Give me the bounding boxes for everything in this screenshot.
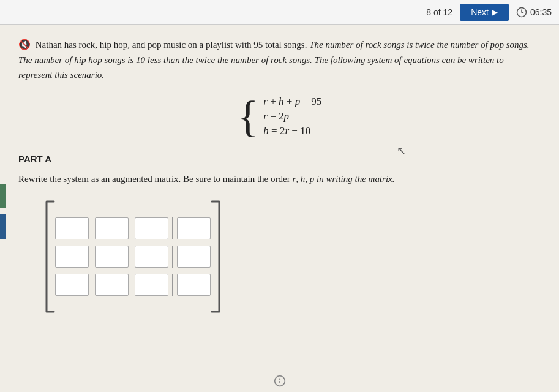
matrix-row-3	[55, 274, 211, 296]
matrix-row-2-right	[177, 246, 211, 268]
matrix-row-2	[55, 246, 211, 268]
timer-display: 06:35	[516, 7, 552, 18]
part-a-instruction: Rewrite the system as an augmented matri…	[18, 172, 520, 186]
left-tab-green	[0, 184, 6, 208]
right-bracket-icon	[211, 198, 223, 315]
matrix-row-3-left	[55, 274, 168, 296]
timer-value: 06:35	[530, 7, 552, 17]
left-bracket-icon	[43, 198, 55, 315]
next-arrow-icon: ▶	[492, 8, 498, 17]
cell-2-2[interactable]	[95, 246, 129, 268]
matrix-row-1-left	[55, 217, 168, 239]
cell-3-4[interactable]	[177, 274, 211, 296]
matrix-row-3-right	[177, 274, 211, 296]
equation-3: h = 2r − 10	[263, 125, 321, 137]
cell-1-2[interactable]	[95, 217, 129, 239]
matrix-wrapper	[43, 198, 541, 315]
curly-brace-icon: {	[238, 94, 259, 138]
matrix-vertical-divider-2	[172, 246, 173, 268]
equation-system: { r + h + p = 95 r = 2p h = 2r − 10	[238, 94, 321, 138]
content-area: 🔇 Nathan has rock, hip hop, and pop musi…	[0, 24, 559, 392]
matrix-row-1-right	[177, 217, 211, 239]
cell-1-4[interactable]	[177, 217, 211, 239]
problem-statement: 🔇 Nathan has rock, hip hop, and pop musi…	[18, 37, 539, 82]
matrix-row-2-left	[55, 246, 168, 268]
cell-1-3[interactable]	[135, 217, 168, 239]
mute-icon[interactable]: 🔇	[18, 37, 31, 53]
cell-3-1[interactable]	[55, 274, 89, 296]
cell-2-4[interactable]	[177, 246, 211, 268]
instruction-end: in writing the matrix.	[314, 174, 394, 184]
left-tab-blue	[0, 214, 6, 239]
matrix-vertical-divider-1	[172, 217, 173, 239]
instruction-comma1: ,	[296, 174, 301, 184]
cell-2-3[interactable]	[135, 246, 168, 268]
equations-list: r + h + p = 95 r = 2p h = 2r − 10	[263, 96, 321, 137]
clock-icon	[516, 7, 527, 18]
matrix-vertical-divider-3	[172, 274, 173, 296]
cell-3-3[interactable]	[135, 274, 168, 296]
progress-indicator: 8 of 12	[426, 7, 452, 17]
part-a-heading: PART A	[18, 154, 541, 164]
top-bar: 8 of 12 Next ▶ 06:35	[0, 0, 559, 24]
cell-2-1[interactable]	[55, 246, 89, 268]
cell-3-2[interactable]	[95, 274, 129, 296]
matrix-grid	[55, 217, 211, 296]
cell-1-1[interactable]	[55, 217, 89, 239]
next-label: Next	[471, 7, 489, 17]
problem-text-plain: Nathan has rock, hip hop, and pop music …	[36, 40, 309, 50]
matrix-outer	[43, 198, 223, 315]
instruction-text-plain: Rewrite the system as an augmented matri…	[18, 174, 292, 184]
equation-2: r = 2p	[263, 110, 321, 123]
equation-1: r + h + p = 95	[263, 96, 321, 108]
instruction-comma2: ,	[305, 174, 310, 184]
next-button[interactable]: Next ▶	[460, 4, 509, 21]
equations-block: { r + h + p = 95 r = 2p h = 2r − 10	[18, 94, 541, 138]
info-icon[interactable]	[274, 375, 286, 387]
matrix-row-1	[55, 217, 211, 239]
